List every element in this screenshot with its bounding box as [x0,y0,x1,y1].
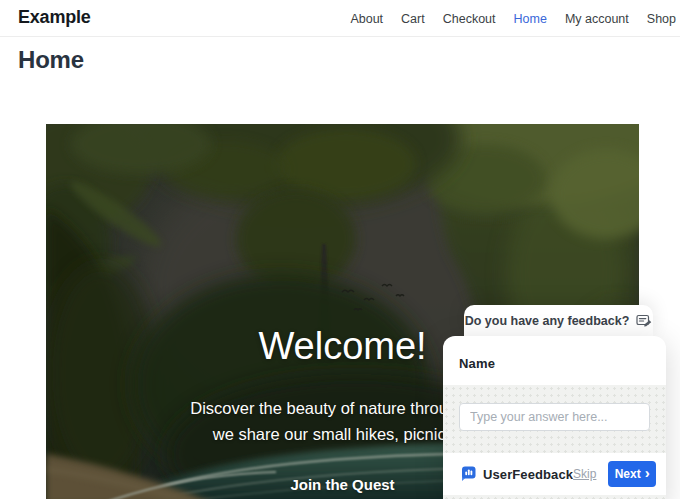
next-button[interactable]: Next › [608,461,656,487]
chevron-right-icon: › [645,467,650,479]
userfeedback-brand-name: UserFeedback [483,467,573,482]
nav-link-cart[interactable]: Cart [401,12,425,26]
userfeedback-logo-icon [459,466,476,482]
answer-input[interactable] [459,403,650,431]
feedback-question-section: Name [443,336,666,385]
feedback-next-section-peek [443,495,666,499]
feedback-footer: UserFeedback Skip Next › [443,453,666,495]
main-nav: About Cart Checkout Home My account Shop [350,12,676,26]
feedback-note-icon [636,314,652,328]
skip-link[interactable]: Skip [573,467,596,481]
next-button-label: Next [615,467,641,481]
site-title[interactable]: Example [18,7,91,28]
nav-link-my-account[interactable]: My account [565,12,629,26]
nav-link-checkout[interactable]: Checkout [443,12,496,26]
nav-link-shop[interactable]: Shop [647,12,676,26]
nav-link-home[interactable]: Home [514,12,547,26]
site-header: Example About Cart Checkout Home My acco… [0,0,680,37]
userfeedback-brand-link[interactable]: UserFeedback [459,466,573,482]
nav-link-about[interactable]: About [350,12,383,26]
feedback-answer-section [443,385,666,453]
feedback-tab-label: Do you have any feedback? [465,314,630,328]
page-title: Home [18,46,84,74]
question-label: Name [459,356,495,371]
page: { "header": { "site_title": "Example", "… [0,0,680,499]
feedback-tab[interactable]: Do you have any feedback? [464,305,653,336]
feedback-panel: Name UserFeedback Skip Next › [443,336,666,499]
